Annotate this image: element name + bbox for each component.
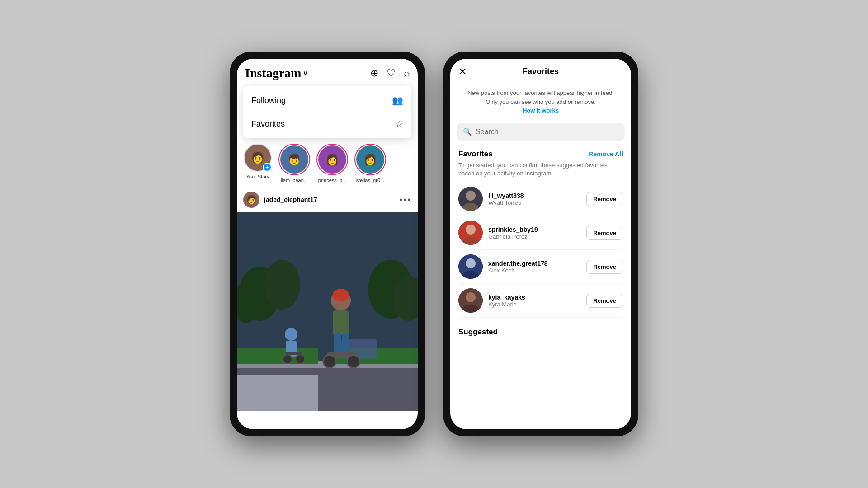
favorite-user-wyatt: lil_wyatt838 Wyatt Torres Remove	[458, 182, 623, 216]
left-screen: Instagram ∨ ⊕ ♡ ⌕ Following 👥 Favorites …	[237, 59, 418, 429]
suggested-section: Suggested	[450, 321, 631, 337]
story-liam[interactable]: 👦 liam_bean...	[278, 144, 310, 183]
following-menu-item[interactable]: Following 👥	[243, 89, 411, 112]
favorites-section-title: Favorites	[458, 150, 493, 159]
realname-gabriela: Gabriela Perez	[488, 233, 581, 240]
user-info-wyatt: lil_wyatt838 Wyatt Torres	[488, 192, 581, 206]
favorites-subtitle: To get started, you can confirm these su…	[458, 161, 623, 178]
story-ring-stellas: 👩	[354, 144, 386, 175]
story-avatar-princess: 👩	[318, 145, 346, 174]
story-name-princess: princess_p...	[318, 178, 346, 183]
svg-point-22	[283, 355, 292, 364]
favorites-label: Favorites	[251, 119, 285, 129]
username-kyra: kyia_kayaks	[488, 294, 581, 301]
svg-point-26	[466, 191, 476, 201]
close-button[interactable]: ✕	[458, 66, 467, 78]
your-story-avatar: 🧑 +	[244, 144, 272, 172]
left-phone: Instagram ∨ ⊕ ♡ ⌕ Following 👥 Favorites …	[230, 52, 425, 436]
instagram-header: Instagram ∨ ⊕ ♡ ⌕	[237, 59, 418, 84]
story-stellas[interactable]: 👩 stellas_gr0...	[354, 144, 386, 183]
post-user[interactable]: 🧑 jaded_elephant17	[243, 192, 317, 208]
favorites-title: Favorites	[523, 67, 559, 76]
user-info-gabriela: sprinkles_bby19 Gabriela Perez	[488, 226, 581, 240]
your-story[interactable]: 🧑 + Your Story	[243, 144, 272, 183]
svg-point-20	[285, 328, 297, 341]
favorites-section-header: Favorites Remove All	[458, 150, 623, 159]
post-image	[237, 212, 418, 411]
avatar-wyatt	[458, 187, 483, 211]
instagram-logo[interactable]: Instagram ∨	[245, 66, 307, 80]
main-scene: Instagram ∨ ⊕ ♡ ⌕ Following 👥 Favorites …	[230, 52, 638, 436]
realname-wyatt: Wyatt Torres	[488, 199, 581, 206]
suggested-title: Suggested	[458, 328, 498, 336]
svg-rect-24	[286, 352, 302, 355]
avatar-gabriela	[458, 221, 483, 245]
story-name-liam: liam_bean...	[281, 178, 308, 183]
favorites-info-text: New posts from your favorites will appea…	[458, 89, 623, 106]
heart-icon[interactable]: ♡	[387, 67, 396, 79]
remove-wyatt-button[interactable]: Remove	[586, 192, 623, 206]
how-it-works-link[interactable]: How it works	[523, 107, 559, 114]
svg-point-29	[466, 225, 476, 235]
svg-point-13	[333, 289, 349, 301]
svg-point-35	[466, 292, 476, 302]
favorites-menu-item[interactable]: Favorites ☆	[243, 112, 411, 136]
favorite-user-kyra: kyia_kayaks Kyra Marie Remove	[458, 284, 623, 318]
search-input[interactable]	[476, 128, 618, 136]
favorite-user-xander: xander.the.great178 Alex Koch Remove	[458, 250, 623, 284]
story-avatar-stellas: 👩	[356, 145, 384, 174]
svg-rect-16	[342, 333, 349, 354]
user-info-kyra: kyia_kayaks Kyra Marie	[488, 294, 581, 308]
remove-all-button[interactable]: Remove All	[589, 150, 623, 158]
right-phone: ✕ Favorites New posts from your favorite…	[443, 52, 638, 436]
post-username: jaded_elephant17	[264, 196, 317, 203]
remove-gabriela-button[interactable]: Remove	[586, 226, 623, 240]
story-ring-liam: 👦	[278, 144, 310, 175]
realname-xander: Alex Koch	[488, 267, 581, 274]
username-xander: xander.the.great178	[488, 260, 581, 267]
username-wyatt: lil_wyatt838	[488, 192, 581, 199]
svg-point-19	[347, 355, 360, 368]
story-avatar-liam: 👦	[280, 145, 308, 174]
post-more-btn[interactable]: •••	[399, 195, 411, 205]
story-ring-princess: 👩	[316, 144, 348, 175]
svg-rect-8	[237, 375, 318, 411]
your-story-label: Your Story	[246, 174, 269, 179]
people-icon: 👥	[392, 95, 403, 106]
stories-row: 🧑 + Your Story 👦 liam_bean... 👩 princess	[237, 138, 418, 187]
favorite-user-gabriela: sprinkles_bby19 Gabriela Perez Remove	[458, 216, 623, 250]
svg-point-32	[466, 258, 476, 268]
search-bar[interactable]: 🔍	[457, 123, 625, 141]
favorites-info: New posts from your favorites will appea…	[450, 82, 631, 117]
search-magnifier-icon: 🔍	[463, 127, 472, 136]
favorites-header: ✕ Favorites	[450, 59, 631, 82]
logo-chevron[interactable]: ∨	[303, 70, 307, 77]
favorites-section: Favorites Remove All To get started, you…	[450, 146, 631, 321]
user-info-xander: xander.the.great178 Alex Koch	[488, 260, 581, 274]
svg-rect-15	[334, 333, 341, 354]
svg-rect-9	[237, 348, 318, 364]
right-screen: ✕ Favorites New posts from your favorite…	[450, 59, 631, 429]
avatar-xander	[458, 254, 483, 279]
post-header: 🧑 jaded_elephant17 •••	[237, 187, 418, 212]
star-icon: ☆	[395, 118, 403, 129]
svg-rect-14	[333, 310, 349, 335]
svg-point-18	[323, 355, 336, 368]
svg-point-23	[296, 355, 305, 364]
story-princess[interactable]: 👩 princess_p...	[316, 144, 348, 183]
realname-kyra: Kyra Marie	[488, 301, 581, 308]
feed-dropdown: Following 👥 Favorites ☆	[243, 86, 411, 138]
search-icon[interactable]: ⌕	[404, 67, 410, 79]
header-icons: ⊕ ♡ ⌕	[370, 67, 410, 79]
username-gabriela: sprinkles_bby19	[488, 226, 581, 233]
add-icon[interactable]: ⊕	[370, 67, 378, 79]
post-svg-art	[237, 212, 418, 411]
remove-kyra-button[interactable]: Remove	[586, 294, 623, 308]
following-label: Following	[251, 96, 286, 105]
story-name-stellas: stellas_gr0...	[356, 178, 384, 183]
remove-xander-button[interactable]: Remove	[586, 260, 623, 274]
avatar-kyra	[458, 288, 483, 313]
svg-point-2	[264, 260, 300, 310]
logo-text: Instagram	[245, 66, 301, 80]
add-story-btn[interactable]: +	[263, 163, 272, 172]
